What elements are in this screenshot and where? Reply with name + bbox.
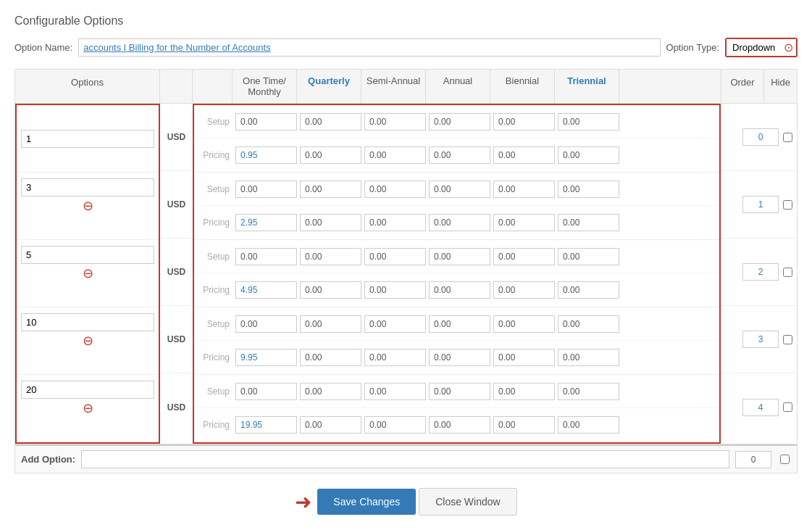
price-annual-2[interactable] [429, 281, 490, 299]
setup-biennial-1[interactable] [493, 181, 555, 198]
minus-icon-3: ⊖ [83, 334, 93, 347]
setup-triennial-3[interactable] [558, 315, 619, 333]
price-quarterly-2[interactable] [300, 281, 361, 299]
save-button[interactable]: Save Changes [317, 489, 416, 515]
setup-quarterly-0[interactable] [300, 113, 361, 131]
option-input-2[interactable] [21, 246, 154, 264]
option-input-3[interactable] [21, 313, 154, 331]
remove-btn-2[interactable]: ⊖ [21, 267, 154, 284]
setup-semiannual-3[interactable] [364, 315, 426, 333]
price-onetime-3[interactable] [235, 349, 297, 366]
price-semiannual-4[interactable] [364, 416, 426, 434]
setup-quarterly-3[interactable] [300, 315, 361, 333]
remove-btn-3[interactable]: ⊖ [21, 334, 154, 352]
price-semiannual-2[interactable] [364, 281, 426, 299]
price-biennial-3[interactable] [493, 349, 555, 366]
add-option-input[interactable] [81, 450, 729, 468]
close-button[interactable]: Close Window [419, 488, 516, 515]
setup-annual-2[interactable] [429, 248, 490, 265]
setup-row-1: Setup [194, 173, 719, 206]
price-biennial-0[interactable] [493, 146, 555, 164]
setup-triennial-4[interactable] [558, 383, 619, 400]
option-item-3: ⊖ [17, 307, 159, 375]
setup-annual-0[interactable] [429, 113, 490, 131]
setup-semiannual-2[interactable] [364, 248, 426, 265]
hide-checkbox-4[interactable] [783, 402, 792, 412]
option-name-input[interactable] [78, 38, 660, 57]
price-triennial-2[interactable] [558, 281, 619, 299]
setup-label-0: Setup [194, 117, 234, 127]
price-biennial-1[interactable] [493, 214, 555, 231]
add-option-order-input[interactable] [735, 451, 771, 468]
setup-biennial-2[interactable] [493, 248, 555, 265]
price-quarterly-1[interactable] [300, 214, 361, 231]
hide-checkbox-2[interactable] [783, 268, 792, 277]
order-input-2[interactable] [742, 263, 779, 281]
price-quarterly-0[interactable] [300, 146, 361, 164]
price-annual-1[interactable] [429, 214, 490, 231]
price-semiannual-0[interactable] [364, 146, 426, 164]
price-triennial-0[interactable] [558, 146, 619, 164]
pricing-row-2: Pricing [194, 273, 719, 307]
setup-onetime-2[interactable] [235, 248, 297, 265]
price-biennial-4[interactable] [493, 416, 555, 434]
header-biennial: Biennial [490, 70, 555, 103]
remove-btn-4[interactable]: ⊖ [21, 402, 154, 419]
setup-quarterly-1[interactable] [300, 181, 361, 198]
setup-annual-1[interactable] [429, 181, 490, 198]
hide-checkbox-1[interactable] [783, 200, 792, 210]
setup-quarterly-2[interactable] [300, 248, 361, 265]
options-column: ⊖ ⊖ ⊖ ⊖ [15, 104, 160, 444]
price-triennial-3[interactable] [558, 349, 619, 366]
setup-onetme-0[interactable] [235, 113, 297, 131]
option-input-0[interactable] [21, 130, 154, 148]
setup-biennial-0[interactable] [493, 113, 555, 131]
order-input-1[interactable] [742, 196, 779, 213]
setup-onetime-4[interactable] [235, 383, 297, 400]
price-quarterly-3[interactable] [300, 349, 361, 366]
price-annual-4[interactable] [429, 416, 490, 434]
price-annual-0[interactable] [429, 146, 490, 164]
order-input-4[interactable] [742, 399, 779, 416]
price-onetime-1[interactable] [235, 214, 297, 231]
setup-row-2: Setup [194, 240, 719, 273]
setup-onetime-3[interactable] [235, 315, 297, 333]
setup-onetime-1[interactable] [235, 181, 297, 198]
table-body: ⊖ ⊖ ⊖ ⊖ USD USD USD USD US [14, 104, 798, 444]
price-semiannual-1[interactable] [364, 214, 426, 231]
setup-semiannual-0[interactable] [364, 113, 426, 131]
remove-btn-1[interactable]: ⊖ [21, 199, 154, 217]
setup-annual-3[interactable] [429, 315, 490, 333]
setup-annual-4[interactable] [429, 383, 490, 400]
price-quarterly-4[interactable] [300, 416, 361, 434]
option-type-select[interactable]: Dropdown [727, 39, 796, 56]
add-option-hide-checkbox[interactable] [780, 455, 790, 464]
currency-1: USD [160, 171, 193, 239]
setup-biennial-4[interactable] [493, 383, 555, 400]
setup-biennial-3[interactable] [493, 315, 555, 333]
hide-checkbox-0[interactable] [783, 133, 792, 142]
pricing-grid: Setup Pricing Setup [193, 104, 721, 444]
order-input-0[interactable] [742, 128, 779, 146]
setup-semiannual-4[interactable] [364, 383, 426, 400]
price-triennial-4[interactable] [558, 416, 619, 434]
setup-quarterly-4[interactable] [300, 383, 361, 400]
setup-triennial-0[interactable] [558, 113, 619, 131]
setup-semiannual-1[interactable] [364, 181, 426, 198]
price-semiannual-3[interactable] [364, 349, 426, 366]
hide-checkbox-3[interactable] [783, 335, 792, 344]
price-onetime-2[interactable] [235, 281, 297, 299]
order-input-3[interactable] [742, 331, 779, 348]
price-annual-3[interactable] [429, 349, 490, 366]
order-hide-3 [721, 306, 797, 373]
setup-triennial-2[interactable] [558, 248, 619, 265]
currency-3: USD [160, 306, 193, 373]
setup-triennial-1[interactable] [558, 181, 619, 198]
price-onetime-4[interactable] [235, 416, 297, 434]
option-input-4[interactable] [21, 381, 154, 399]
price-biennial-2[interactable] [493, 281, 555, 299]
arrow-icon: ➜ [295, 490, 311, 514]
price-triennial-1[interactable] [558, 214, 619, 231]
price-onetime-0[interactable] [235, 146, 297, 164]
option-input-1[interactable] [21, 178, 154, 196]
